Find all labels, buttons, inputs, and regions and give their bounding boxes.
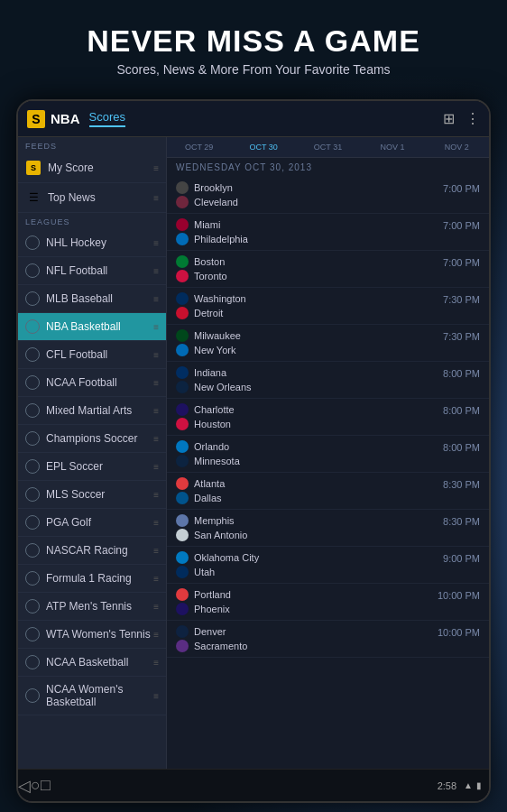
team-icon [176,344,189,356]
league-icon [25,688,40,703]
date-tab-oct-29[interactable]: OCT 29 [167,137,231,157]
sidebar-item-atp-men's-tennis[interactable]: ATP Men's Tennis≡ [18,593,166,621]
league-label: WTA Women's Tennis [46,628,153,641]
sidebar-item-nascar-racing[interactable]: NASCAR Racing≡ [18,537,166,565]
team-name: Orlando [194,441,229,452]
team-row: Brooklyn [176,180,443,195]
game-row[interactable]: PortlandPhoenix10:00 PM [167,584,489,621]
game-row[interactable]: BrooklynCleveland7:00 PM [167,177,489,214]
date-tab-nov-1[interactable]: NOV 1 [360,137,424,157]
game-row[interactable]: MemphisSan Antonio8:30 PM [167,510,489,547]
league-reorder: ≡ [153,266,159,276]
app-main: FEEDS S My Score ≡ ☰ Top News ≡ LEAGUES … [18,137,489,769]
scores-tab[interactable]: Scores [89,110,125,127]
sidebar-item-mls-soccer[interactable]: MLS Soccer≡ [18,481,166,509]
game-teams: BrooklynCleveland [176,180,443,209]
league-icon [25,431,40,446]
leagues-label: LEAGUES [18,213,166,229]
game-row[interactable]: BostonToronto7:00 PM [167,251,489,288]
team-row: Boston [176,254,443,269]
game-teams: IndianaNew Orleans [176,365,443,394]
team-row: Atlanta [176,476,443,491]
game-teams: WashingtonDetroit [176,291,443,320]
league-icon [25,403,40,418]
sidebar-item-nfl-football[interactable]: NFL Football≡ [18,257,166,285]
date-tab-oct-30[interactable]: OCT 30 [231,137,295,157]
team-icon [176,588,189,601]
team-name: Sacramento [194,641,247,651]
league-icon [25,655,40,669]
game-time: 10:00 PM [438,587,480,601]
sidebar-item-cfl-football[interactable]: CFL Football≡ [18,341,166,369]
calendar-icon[interactable]: ⊞ [443,110,455,127]
game-teams: MemphisSan Antonio [176,513,443,542]
game-time: 8:30 PM [443,476,480,490]
date-tab-oct-31[interactable]: OCT 31 [296,137,360,157]
game-row[interactable]: MilwaukeeNew York7:30 PM [167,325,489,362]
sidebar-item-nhl-hockey[interactable]: NHL Hockey≡ [18,229,166,257]
date-tab-nov-2[interactable]: NOV 2 [425,137,489,157]
sidebar-item-myscore[interactable]: S My Score ≡ [18,153,166,183]
team-row: New Orleans [176,380,443,394]
league-label: MLS Soccer [46,488,153,501]
game-row[interactable]: AtlantaDallas8:30 PM [167,473,489,510]
game-row[interactable]: Oklahoma CityUtah9:00 PM [167,547,489,584]
sidebar-item-champions-soccer[interactable]: Champions Soccer≡ [18,425,166,453]
league-reorder: ≡ [153,406,159,416]
tablet-frame: S NBA Scores ⊞ ⋮ FEEDS S My Score ≡ ☰ [16,99,491,803]
team-row: Memphis [176,513,443,528]
team-row: Minnesota [176,454,443,468]
sidebar-item-nba-basketball[interactable]: NBA Basketball≡ [18,313,166,341]
sidebar-item-ncaa-football[interactable]: NCAA Football≡ [18,369,166,397]
team-name: Brooklyn [194,182,233,193]
game-row[interactable]: IndianaNew Orleans8:00 PM [167,362,489,399]
home-button[interactable]: ○ [31,776,41,795]
sidebar-item-formula-1-racing[interactable]: Formula 1 Racing≡ [18,565,166,593]
game-row[interactable]: WashingtonDetroit7:30 PM [167,288,489,325]
date-tab-label: OCT 30 [235,143,291,152]
league-icon [25,599,40,614]
game-teams: MilwaukeeNew York [176,328,443,357]
topnews-reorder: ≡ [153,193,159,203]
league-reorder: ≡ [153,490,159,500]
team-row: New York [176,343,443,357]
status-time: 2:58 [438,780,456,791]
league-reorder: ≡ [153,518,159,528]
game-row[interactable]: DenverSacramento10:00 PM [167,621,489,658]
game-time: 7:00 PM [443,180,480,194]
sidebar-item-pga-golf[interactable]: PGA Golf≡ [18,509,166,537]
game-row[interactable]: CharlotteHouston8:00 PM [167,399,489,436]
team-name: Oklahoma City [194,552,259,563]
sidebar-item-topnews[interactable]: ☰ Top News ≡ [18,183,166,213]
myscore-label: My Score [48,161,153,174]
team-name: Portland [194,589,231,600]
team-row: Phoenix [176,602,438,616]
team-row: Denver [176,624,438,639]
game-teams: Oklahoma CityUtah [176,550,443,579]
team-icon [176,329,189,342]
sidebar-item-epl-soccer[interactable]: EPL Soccer≡ [18,453,166,481]
sidebar-item-mlb-baseball[interactable]: MLB Baseball≡ [18,285,166,313]
sidebar-item-ncaa-women's-basketball[interactable]: NCAA Women's Basketball≡ [18,677,166,715]
game-teams: BostonToronto [176,254,443,283]
sidebar-item-mixed-martial-arts[interactable]: Mixed Martial Arts≡ [18,397,166,425]
team-icon [176,255,189,268]
sidebar-item-wta-women's-tennis[interactable]: WTA Women's Tennis≡ [18,621,166,649]
league-reorder: ≡ [153,462,159,472]
content-area: OCT 29OCT 30OCT 31NOV 1NOV 2 WEDNESDAY O… [167,137,489,769]
battery-icon: ▮ [476,780,482,790]
banner-title: NEVER MISS A GAME [87,23,420,59]
team-row: Miami [176,217,443,232]
wifi-icon: ▲ [464,780,473,790]
team-icon [176,551,189,564]
team-name: Phoenix [194,604,230,614]
recent-button[interactable]: □ [41,776,51,795]
more-icon[interactable]: ⋮ [466,110,480,127]
game-row[interactable]: OrlandoMinnesota8:00 PM [167,436,489,473]
game-row[interactable]: MiamiPhiladelphia7:00 PM [167,214,489,251]
team-row: Houston [176,417,443,431]
back-button[interactable]: ◁ [18,776,31,796]
leagues-container: NHL Hockey≡NFL Football≡MLB Baseball≡NBA… [18,229,166,715]
team-name: Philadelphia [194,234,248,245]
sidebar-item-ncaa-basketball[interactable]: NCAA Basketball≡ [18,649,166,677]
